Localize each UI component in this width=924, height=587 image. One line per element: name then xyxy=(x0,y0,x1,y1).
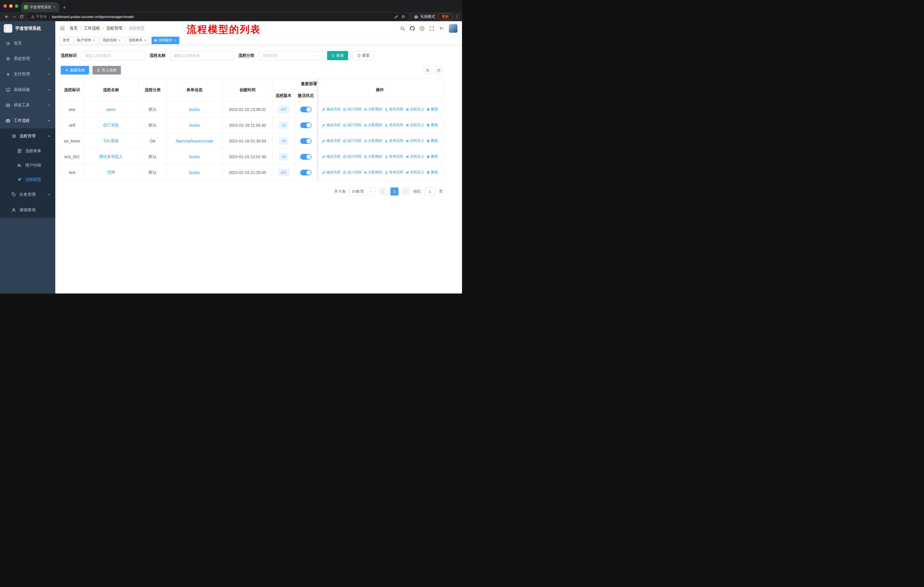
import-process-button[interactable]: 导入流程 xyxy=(92,66,121,74)
new-tab-button[interactable] xyxy=(63,5,66,10)
process-name-link[interactable]: 自己审批 xyxy=(103,123,119,127)
process-id-input[interactable] xyxy=(81,51,145,60)
design-process-link[interactable]: 设计流程 xyxy=(343,139,361,143)
form-info-link[interactable]: biubiu xyxy=(189,170,200,175)
address-bar[interactable]: 不安全 dashboard.yudao.iocoder.cn/bpm/manag… xyxy=(28,13,409,20)
version-badge[interactable]: v21 xyxy=(278,169,289,176)
window-minimize-button[interactable] xyxy=(9,4,13,8)
sidebar-item-task-management[interactable]: 任务管理 xyxy=(0,187,55,202)
reset-button[interactable]: 重置 xyxy=(353,51,374,60)
form-info-link[interactable]: biubiu xyxy=(189,154,200,159)
browser-tab[interactable]: 芋道管理系统 xyxy=(21,2,59,12)
help-icon[interactable]: ? xyxy=(420,26,424,31)
tag-close-icon[interactable] xyxy=(92,39,96,42)
process-name-link[interactable]: 滔博 xyxy=(107,170,115,175)
active-toggle[interactable] xyxy=(300,154,312,160)
modify-process-link[interactable]: 修改流程 xyxy=(322,139,341,143)
assign-rule-link[interactable]: 分配规则 xyxy=(364,107,382,112)
tag-process-model[interactable]: 流程模型 xyxy=(152,37,179,44)
page-size-select[interactable]: 10条/页 xyxy=(349,187,376,195)
process-definition-link[interactable]: 流程定义 xyxy=(406,139,424,143)
next-page-button[interactable] xyxy=(402,187,410,195)
sidebar-item-process-form[interactable]: 流程表单 xyxy=(0,144,55,158)
process-name-link[interactable]: eeee xyxy=(107,107,116,112)
delete-link[interactable]: 删除 xyxy=(426,170,438,175)
breadcrumb-item[interactable]: 流程管理 xyxy=(106,26,122,31)
bookmark-star-icon[interactable] xyxy=(401,15,405,19)
version-badge[interactable]: v17 xyxy=(278,106,289,113)
user-avatar[interactable] xyxy=(449,24,457,33)
design-process-link[interactable]: 设计流程 xyxy=(343,123,361,127)
design-process-link[interactable]: 设计流程 xyxy=(343,154,361,159)
password-manager-icon[interactable] xyxy=(394,15,398,19)
process-definition-link[interactable]: 流程定义 xyxy=(406,107,424,112)
process-definition-link[interactable]: 流程定义 xyxy=(406,170,424,175)
process-name-link[interactable]: 测试多审批人 xyxy=(99,154,123,159)
process-name-link[interactable]: OA 请假 xyxy=(104,139,118,143)
design-process-link[interactable]: 设计流程 xyxy=(343,107,361,112)
active-toggle[interactable] xyxy=(300,107,312,112)
reload-button[interactable] xyxy=(18,15,25,19)
back-button[interactable] xyxy=(3,15,10,19)
publish-process-link[interactable]: 发布流程 xyxy=(384,154,403,159)
sidebar-item-user-group[interactable]: 用户分组 xyxy=(0,158,55,172)
delete-link[interactable]: 删除 xyxy=(426,154,438,159)
modify-process-link[interactable]: 修改流程 xyxy=(322,123,341,127)
window-close-button[interactable] xyxy=(3,4,7,8)
url-text[interactable]: dashboard.yudao.iocoder.cn/bpm/manager/m… xyxy=(52,15,134,19)
tab-close-icon[interactable] xyxy=(53,5,56,9)
version-badge[interactable]: v5 xyxy=(279,137,289,144)
sidebar-item-payment-management[interactable]: ¥支付管理 xyxy=(0,66,55,82)
delete-link[interactable]: 删除 xyxy=(426,123,438,127)
sidebar-item-system-management[interactable]: 系统管理 xyxy=(0,51,55,66)
assign-rule-link[interactable]: 分配规则 xyxy=(364,154,382,159)
sidebar-item-process-management[interactable]: 流程管理 xyxy=(0,128,55,144)
assign-rule-link[interactable]: 分配规则 xyxy=(364,170,382,175)
assign-rule-link[interactable]: 分配规则 xyxy=(364,123,382,127)
sidebar-item-infrastructure[interactable]: 基础设施 xyxy=(0,82,55,98)
assign-rule-link[interactable]: 分配规则 xyxy=(364,139,382,143)
github-icon[interactable] xyxy=(410,26,415,31)
sidebar-item-home[interactable]: 首页 xyxy=(0,36,55,51)
modify-process-link[interactable]: 修改流程 xyxy=(322,170,341,175)
font-size-icon[interactable]: TT xyxy=(439,26,444,31)
fullscreen-icon[interactable] xyxy=(429,26,434,31)
process-definition-link[interactable]: 流程定义 xyxy=(406,123,424,127)
publish-process-link[interactable]: 发布流程 xyxy=(384,107,403,112)
modify-process-link[interactable]: 修改流程 xyxy=(322,107,341,112)
goto-page-input[interactable] xyxy=(424,187,436,195)
design-process-link[interactable]: 设计流程 xyxy=(343,170,361,175)
search-button[interactable]: 搜索 xyxy=(327,51,348,60)
form-info-link[interactable]: biubiu xyxy=(189,123,200,127)
sidebar-item-dev-tools[interactable]: 研发工具 xyxy=(0,98,55,113)
tag-tenant-management[interactable]: 租户管理 xyxy=(74,37,98,44)
publish-process-link[interactable]: 发布流程 xyxy=(384,170,403,175)
window-zoom-button[interactable] xyxy=(15,4,18,8)
modify-process-link[interactable]: 修改流程 xyxy=(322,154,341,159)
form-info-link[interactable]: /bpm/oa/leave/create xyxy=(176,139,213,143)
publish-process-link[interactable]: 发布流程 xyxy=(384,139,403,143)
delete-link[interactable]: 删除 xyxy=(426,107,438,112)
sidebar-item-workflow[interactable]: 工作流程 xyxy=(0,113,55,128)
forward-button[interactable] xyxy=(10,15,18,19)
sidebar-item-leave-query[interactable]: 请假查询 xyxy=(0,202,55,218)
toggle-search-button[interactable] xyxy=(423,66,432,74)
active-toggle[interactable] xyxy=(300,170,312,175)
form-info-link[interactable]: biubiu xyxy=(189,107,200,112)
publish-process-link[interactable]: 发布流程 xyxy=(384,123,403,127)
update-button[interactable]: 更新 xyxy=(438,13,452,20)
tag-my-process[interactable]: 我的流程 xyxy=(100,37,124,44)
tag-close-icon[interactable] xyxy=(144,39,147,42)
breadcrumb-item[interactable]: 首页 xyxy=(69,26,78,31)
sidebar-item-process-model[interactable]: 流程模型 xyxy=(0,172,55,187)
process-category-select[interactable]: 流程分类 xyxy=(259,51,322,60)
active-toggle[interactable] xyxy=(300,138,312,144)
process-name-input[interactable] xyxy=(170,51,234,60)
create-process-button[interactable]: 新建流程 xyxy=(61,66,89,74)
tag-process-form[interactable]: 流程表单 xyxy=(126,37,150,44)
prev-page-button[interactable] xyxy=(379,187,387,195)
tag-home[interactable]: 首页 xyxy=(60,37,73,44)
process-definition-link[interactable]: 流程定义 xyxy=(406,154,424,159)
not-secure-label[interactable]: 不安全 xyxy=(36,14,47,19)
browser-menu-button[interactable] xyxy=(455,15,459,19)
